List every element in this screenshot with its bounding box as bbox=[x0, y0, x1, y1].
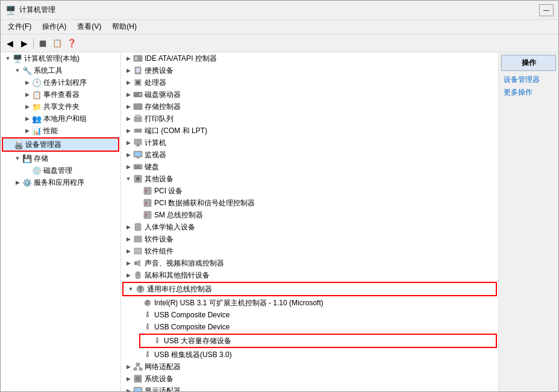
left-tree-shared-folders[interactable]: ▶ 📁 共享文件夹 bbox=[1, 101, 120, 113]
pci-label: PCI 设备 bbox=[154, 186, 183, 196]
help-button[interactable]: ❓ bbox=[65, 37, 78, 50]
sound-label: 声音、视频和游戏控制器 bbox=[145, 258, 224, 269]
center-sys-devices[interactable]: ▶ 系统设备 bbox=[121, 373, 498, 385]
left-tree-performance[interactable]: ▶ 📊 性能 bbox=[1, 125, 120, 137]
title-bar: 🖥️ 计算机管理 — bbox=[1, 1, 558, 20]
forward-button[interactable]: ▶ bbox=[17, 37, 31, 50]
center-usb-mass[interactable]: USB 大容量存储设备 bbox=[140, 335, 496, 347]
title-bar-left: 🖥️ 计算机管理 bbox=[5, 5, 55, 15]
svg-rect-23 bbox=[137, 166, 138, 167]
minimize-button[interactable]: — bbox=[539, 4, 554, 16]
left-tree-device-manager[interactable]: 🖨️ 设备管理器 bbox=[3, 138, 118, 151]
sm-icon: ! bbox=[143, 210, 152, 220]
menu-action[interactable]: 操作(A) bbox=[37, 20, 71, 33]
center-panel: ▶ IDE ATA/ATAPI 控制器 ▶ 便携设备 ▶ 处理 bbox=[121, 52, 498, 391]
center-intel-usb[interactable]: Intel(R) USB 3.1 可扩展主机控制器 - 1.10 (Micros… bbox=[121, 297, 498, 309]
center-sm-bus[interactable]: ! SM 总线控制器 bbox=[121, 209, 498, 221]
center-display[interactable]: ▶ 显示适配器 bbox=[121, 385, 498, 391]
sys-tools-toggle: ▼ bbox=[13, 66, 22, 75]
root-icon: 🖥️ bbox=[13, 54, 22, 63]
left-tree-sys-tools[interactable]: ▼ 🔧 系统工具 bbox=[1, 64, 120, 76]
print-toggle: ▶ bbox=[123, 114, 133, 123]
usb-comp2-icon bbox=[143, 322, 152, 332]
svg-rect-22 bbox=[135, 166, 136, 167]
center-disk[interactable]: ▶ 磁盘驱动器 bbox=[121, 89, 498, 101]
usb-ctrl-highlight: ▼ 通用串行总线控制器 bbox=[122, 282, 497, 296]
back-icon: ◀ bbox=[7, 39, 13, 48]
center-storage-ctrl[interactable]: ▶ 存储控制器 bbox=[121, 101, 498, 113]
usb-comp2-toggle bbox=[133, 322, 143, 332]
center-other-devices[interactable]: ▼ 其他设备 bbox=[121, 173, 498, 185]
left-tree-storage[interactable]: ▼ 💾 存储 bbox=[1, 152, 120, 164]
center-pci-device[interactable]: ! PCI 设备 bbox=[121, 185, 498, 197]
action-device-manager[interactable]: 设备管理器 bbox=[501, 73, 556, 86]
hid-icon bbox=[133, 222, 143, 232]
print-icon bbox=[133, 114, 143, 123]
center-mice[interactable]: ▶ 鼠标和其他指针设备 bbox=[121, 269, 498, 281]
sm-label: SM 总线控制器 bbox=[154, 210, 203, 220]
center-software-components[interactable]: ▶ 软件组件 bbox=[121, 245, 498, 257]
forward-icon: ▶ bbox=[21, 39, 28, 48]
left-tree-disk-mgmt[interactable]: 💿 磁盘管理 bbox=[1, 164, 120, 176]
usb-mass-icon bbox=[152, 336, 162, 346]
svg-text:!: ! bbox=[145, 188, 147, 194]
svg-rect-8 bbox=[134, 104, 142, 110]
event-icon: 📋 bbox=[32, 90, 42, 99]
left-tree-local-users[interactable]: ▶ 👥 本地用户和组 bbox=[1, 113, 120, 125]
hid-toggle: ▶ bbox=[123, 222, 133, 232]
sys-dev-icon bbox=[133, 374, 143, 384]
center-print[interactable]: ▶ 打印队列 bbox=[121, 113, 498, 125]
center-pci-data[interactable]: ! PCI 数据捕获和信号处理控制器 bbox=[121, 197, 498, 209]
center-usb-ctrl[interactable]: ▼ 通用串行总线控制器 bbox=[123, 283, 496, 295]
menu-help[interactable]: 帮助(H) bbox=[107, 20, 142, 33]
svg-rect-37 bbox=[134, 261, 137, 265]
back-button[interactable]: ◀ bbox=[3, 37, 16, 50]
sound-toggle: ▶ bbox=[123, 258, 133, 268]
svg-rect-51 bbox=[135, 388, 141, 391]
center-keyboards[interactable]: ▶ 键盘 bbox=[121, 161, 498, 173]
svg-rect-36 bbox=[134, 248, 142, 254]
svg-rect-10 bbox=[136, 115, 140, 117]
storage-toggle: ▼ bbox=[13, 154, 22, 163]
center-sound[interactable]: ▶ 声音、视频和游戏控制器 bbox=[121, 257, 498, 269]
center-software-devices[interactable]: ▶ 软件设备 bbox=[121, 233, 498, 245]
svg-text:!: ! bbox=[145, 201, 147, 206]
left-tree-task-scheduler[interactable]: ▶ 🕐 任务计划程序 bbox=[1, 76, 120, 89]
menu-file[interactable]: 文件(F) bbox=[3, 20, 36, 33]
display-toggle: ▶ bbox=[123, 386, 133, 391]
left-tree-root[interactable]: ▼ 🖥️ 计算机管理(本地) bbox=[1, 52, 120, 64]
usb-hub-label: USB 根集线器(USB 3.0) bbox=[154, 350, 232, 360]
left-tree-event-viewer[interactable]: ▶ 📋 事件查看器 bbox=[1, 89, 120, 101]
center-usb-composite1[interactable]: USB Composite Device bbox=[121, 309, 498, 321]
center-portable[interactable]: ▶ 便携设备 bbox=[121, 64, 498, 76]
center-monitors[interactable]: ▶ 监视器 bbox=[121, 149, 498, 161]
center-network[interactable]: ▶ 网络适配器 bbox=[121, 361, 498, 373]
perf-icon: 📊 bbox=[32, 126, 42, 135]
root-label: 计算机管理(本地) bbox=[24, 54, 80, 64]
action-more[interactable]: 更多操作 bbox=[501, 86, 556, 99]
menu-bar: 文件(F) 操作(A) 查看(V) 帮助(H) bbox=[1, 20, 558, 34]
center-usb-composite2[interactable]: USB Composite Device bbox=[121, 321, 498, 333]
center-hid[interactable]: ▶ 人体学输入设备 bbox=[121, 221, 498, 233]
left-tree-services[interactable]: ▶ ⚙️ 服务和应用程序 bbox=[1, 176, 120, 188]
show-tree-button[interactable]: ▦ bbox=[36, 37, 49, 50]
usb-comp1-toggle bbox=[133, 310, 143, 320]
ports-toggle: ▶ bbox=[123, 126, 133, 135]
disk-toggle bbox=[22, 166, 32, 175]
services-toggle: ▶ bbox=[13, 178, 22, 187]
center-computer[interactable]: ▶ 计算机 bbox=[121, 137, 498, 149]
center-usb-hub[interactable]: USB 根集线器(USB 3.0) bbox=[121, 349, 498, 361]
event-label: 事件查看器 bbox=[43, 90, 80, 100]
svg-text:!: ! bbox=[145, 213, 147, 218]
ide-toggle: ▶ bbox=[123, 54, 133, 63]
title-controls: — bbox=[539, 4, 554, 16]
monitors-icon bbox=[133, 150, 143, 160]
sw-comp-icon bbox=[133, 246, 143, 256]
svg-rect-49 bbox=[136, 376, 140, 381]
center-ide[interactable]: ▶ IDE ATA/ATAPI 控制器 bbox=[121, 52, 498, 64]
sys-tools-label: 系统工具 bbox=[34, 66, 63, 76]
menu-view[interactable]: 查看(V) bbox=[72, 20, 106, 33]
center-ports[interactable]: ▶ 端口 (COM 和 LPT) bbox=[121, 125, 498, 137]
center-cpu[interactable]: ▶ 处理器 bbox=[121, 76, 498, 89]
properties-button[interactable]: 📋 bbox=[51, 37, 64, 50]
